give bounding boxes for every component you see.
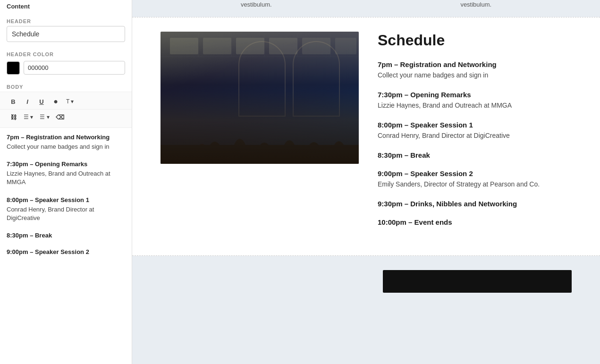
event-title: 9:00pm – Speaker Session 2 bbox=[378, 169, 572, 178]
text-size-button[interactable]: T ▾ bbox=[63, 95, 76, 108]
event-item-3: 8:00pm – Speaker Session 1 Conrad Henry,… bbox=[378, 121, 572, 141]
svg-rect-4 bbox=[302, 38, 330, 54]
svg-rect-3 bbox=[269, 38, 297, 54]
event-title: 7pm – Registration and Networking bbox=[378, 60, 572, 68]
item-desc: Conrad Henry, Brand Director at DigiCrea… bbox=[7, 205, 125, 222]
header-section-label: HEADER bbox=[0, 14, 132, 26]
item-desc: Collect your name badges and sign in bbox=[7, 143, 125, 151]
underline-button[interactable]: U bbox=[35, 95, 48, 108]
item-title: 9:00pm – Speaker Session 2 bbox=[7, 248, 125, 255]
event-item-7: 10:00pm – Event ends bbox=[378, 218, 572, 226]
event-desc: Collect your name badges and sign in bbox=[378, 70, 572, 80]
schedule-content: Schedule 7pm – Registration and Networki… bbox=[378, 32, 572, 237]
svg-rect-0 bbox=[170, 38, 198, 54]
event-desc: Conrad Henry, Brand Director at DigiCrea… bbox=[378, 131, 572, 141]
event-title: 9:30pm – Drinks, Nibbles and Networking bbox=[378, 200, 572, 208]
header-color-label: HEADER COLOR bbox=[0, 47, 132, 59]
item-title: 8:30pm – Break bbox=[7, 232, 125, 239]
svg-rect-2 bbox=[236, 38, 264, 54]
schedule-title: Schedule bbox=[378, 32, 572, 49]
event-title: 7:30pm – Opening Remarks bbox=[378, 91, 572, 99]
item-title: 8:00pm – Speaker Session 1 bbox=[7, 196, 125, 203]
event-item-5: 9:00pm – Speaker Session 2 Emily Sanders… bbox=[378, 169, 572, 189]
text-color-button[interactable]: ● bbox=[49, 95, 62, 108]
list-item: 7pm – Registration and Networking Collec… bbox=[7, 134, 125, 151]
event-title: 10:00pm – Event ends bbox=[378, 218, 572, 226]
schedule-layout: Schedule 7pm – Registration and Networki… bbox=[161, 32, 572, 237]
color-swatch[interactable] bbox=[7, 61, 20, 75]
left-panel: Content HEADER HEADER COLOR BODY B I U ●… bbox=[0, 0, 132, 364]
ordered-list-button[interactable]: ☰ ▾ bbox=[37, 110, 52, 124]
toolbar-row1: B I U ● T ▾ bbox=[0, 92, 132, 110]
body-label: BODY bbox=[0, 79, 132, 92]
event-image bbox=[161, 32, 359, 164]
black-bar bbox=[383, 270, 572, 293]
vestibulum-left: vestibulum. bbox=[241, 0, 272, 9]
event-item-6: 9:30pm – Drinks, Nibbles and Networking bbox=[378, 200, 572, 208]
header-input[interactable] bbox=[7, 26, 125, 42]
body-content: 7pm – Registration and Networking Collec… bbox=[0, 128, 132, 271]
content-label: Content bbox=[0, 0, 132, 14]
event-title: 8:30pm – Break bbox=[378, 151, 572, 159]
list-item: 8:00pm – Speaker Session 1 Conrad Henry,… bbox=[7, 196, 125, 222]
schedule-section: Schedule 7pm – Registration and Networki… bbox=[132, 17, 600, 256]
eraser-button[interactable]: ⌫ bbox=[53, 110, 67, 124]
event-desc: Lizzie Haynes, Brand and Outreach at MMG… bbox=[378, 101, 572, 110]
item-title: 7pm – Registration and Networking bbox=[7, 134, 125, 141]
toolbar-row2: ⛓ ☰ ▾ ☰ ▾ ⌫ bbox=[0, 110, 132, 128]
item-desc: Lizzie Haynes, Brand and Outreach at MMG… bbox=[7, 169, 125, 186]
color-input[interactable] bbox=[24, 61, 125, 75]
image-crowd-overlay bbox=[161, 91, 359, 164]
event-item-4: 8:30pm – Break bbox=[378, 151, 572, 159]
svg-rect-1 bbox=[203, 38, 231, 54]
vestibulum-strip: vestibulum. vestibulum. bbox=[132, 0, 600, 17]
list-item: 7:30pm – Opening Remarks Lizzie Haynes, … bbox=[7, 161, 125, 186]
svg-rect-5 bbox=[335, 38, 356, 54]
event-desc: Emily Sanders, Director of Strategy at P… bbox=[378, 179, 572, 189]
color-row bbox=[0, 59, 132, 79]
right-panel: vestibulum. vestibulum. bbox=[132, 0, 600, 364]
italic-button[interactable]: I bbox=[21, 95, 34, 108]
bottom-section bbox=[132, 256, 600, 307]
vestibulum-right: vestibulum. bbox=[460, 0, 491, 9]
list-item: 8:30pm – Break bbox=[7, 232, 125, 239]
event-title: 8:00pm – Speaker Session 1 bbox=[378, 121, 572, 129]
unordered-list-button[interactable]: ☰ ▾ bbox=[21, 110, 36, 124]
link-button[interactable]: ⛓ bbox=[7, 110, 20, 124]
event-item-2: 7:30pm – Opening Remarks Lizzie Haynes, … bbox=[378, 91, 572, 110]
list-item: 9:00pm – Speaker Session 2 bbox=[7, 248, 125, 255]
bold-button[interactable]: B bbox=[7, 95, 20, 108]
item-title: 7:30pm – Opening Remarks bbox=[7, 161, 125, 168]
event-item-1: 7pm – Registration and Networking Collec… bbox=[378, 60, 572, 80]
